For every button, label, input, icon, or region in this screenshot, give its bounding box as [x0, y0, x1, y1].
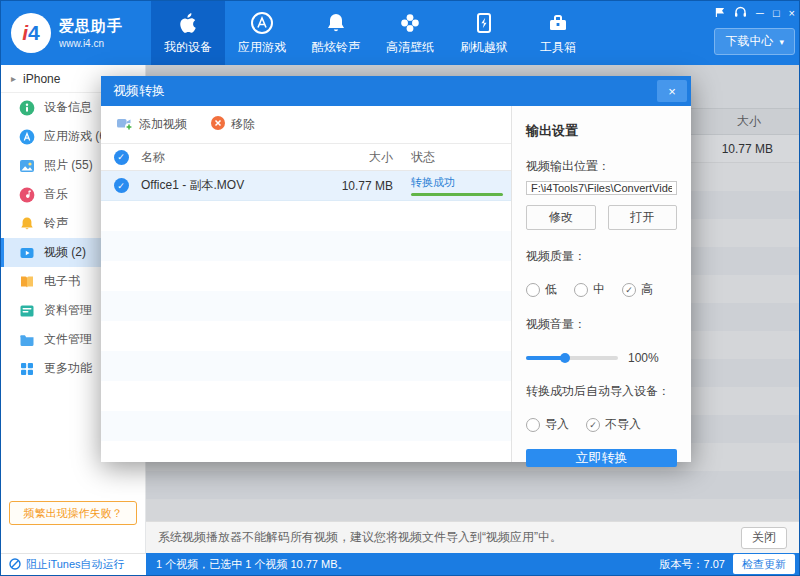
radio-unchecked-icon	[574, 283, 588, 297]
volume-value: 100%	[628, 351, 659, 365]
check-icon: ✓	[589, 420, 597, 430]
maximize-button[interactable]: □	[773, 8, 780, 19]
notice-bar: 系统视频播放器不能解码所有视频，建议您将视频文件导入到“视频应用”中。 关闭	[146, 521, 799, 553]
progress-bar-complete	[411, 193, 503, 196]
convert-now-button[interactable]: 立即转换	[526, 449, 677, 467]
download-center-button[interactable]: 下载中心 ▾	[714, 28, 795, 55]
book-icon	[19, 274, 35, 290]
notice-close-button[interactable]: 关闭	[741, 527, 787, 549]
music-note-icon	[19, 187, 35, 203]
import-yes-radio[interactable]: 导入	[526, 416, 569, 433]
import-no-radio[interactable]: ✓ 不导入	[586, 416, 641, 433]
nav-flash-jailbreak[interactable]: 刷机越狱	[447, 1, 521, 65]
grid-icon	[19, 361, 35, 377]
app-title: 爱思助手	[59, 17, 123, 36]
row-checkbox[interactable]: ✓	[114, 178, 129, 193]
header-right: ─ □ × 下载中心 ▾	[714, 6, 795, 55]
add-video-icon	[117, 116, 133, 134]
selection-summary: 1 个视频，已选中 1 个视频 10.77 MB。	[156, 557, 349, 572]
block-itunes-label: 阻止iTunes自动运行	[26, 557, 125, 572]
nav-label: 工具箱	[540, 39, 576, 56]
quality-high-label: 高	[641, 281, 653, 298]
check-update-button[interactable]: 检查更新	[733, 554, 795, 574]
minimize-button[interactable]: ─	[756, 8, 764, 19]
volume-slider-track[interactable]	[526, 356, 618, 360]
status-bar: 阻止iTunes自动运行 1 个视频，已选中 1 个视频 10.77 MB。 版…	[1, 553, 800, 575]
nav-apps-games[interactable]: 应用游戏	[225, 1, 299, 65]
status-text: 转换成功	[411, 175, 511, 190]
radio-checked-icon: ✓	[622, 283, 636, 297]
output-path-input[interactable]	[526, 181, 677, 195]
notice-message: 系统视频播放器不能解码所有视频，建议您将视频文件导入到“视频应用”中。	[158, 529, 562, 546]
appstore-a-icon	[19, 129, 35, 145]
app-url: www.i4.cn	[59, 38, 123, 49]
nav-label: 高清壁纸	[386, 39, 434, 56]
volume-slider-thumb[interactable]	[560, 353, 570, 363]
window-close-button[interactable]: ×	[789, 8, 795, 19]
convert-file-list: 添加视频 移除 ✓ 名称 大小 状态	[101, 106, 511, 462]
convert-table-header: ✓ 名称 大小 状态	[101, 144, 511, 171]
video-file-name: Office1 - 副本.MOV	[141, 177, 319, 194]
radio-unchecked-icon	[526, 418, 540, 432]
radio-checked-icon: ✓	[586, 418, 600, 432]
output-location-label: 视频输出位置：	[526, 158, 677, 175]
sidebar-item-label: 音乐	[44, 186, 68, 203]
wallpaper-icon	[398, 10, 423, 35]
volume-slider-fill	[526, 356, 565, 360]
device-name: iPhone	[23, 72, 60, 86]
select-all-checkbox[interactable]: ✓	[114, 150, 129, 165]
nav-ringtones[interactable]: 酷炫铃声	[299, 1, 373, 65]
video-file-row[interactable]: ✓ Office1 - 副本.MOV 10.77 MB 转换成功	[101, 171, 511, 201]
open-button[interactable]: 打开	[608, 205, 678, 230]
app-logo: i4 爱思助手 www.i4.cn	[1, 1, 151, 65]
quality-medium-label: 中	[593, 281, 605, 298]
nav-label: 我的设备	[164, 39, 212, 56]
column-size[interactable]: 大小	[319, 149, 399, 166]
add-video-button[interactable]: 添加视频	[117, 116, 187, 134]
convert-toolbar: 添加视频 移除	[101, 106, 511, 144]
quality-low-radio[interactable]: 低	[526, 281, 557, 298]
apple-icon	[176, 10, 201, 35]
nav-my-device[interactable]: 我的设备	[151, 1, 225, 65]
column-name[interactable]: 名称	[141, 149, 319, 166]
check-icon: ✓	[117, 152, 125, 162]
support-headset-icon[interactable]	[734, 6, 747, 20]
sidebar-item-label: 电子书	[44, 273, 80, 290]
dialog-close-button[interactable]: ×	[657, 80, 687, 102]
i4-logo-icon: i4	[11, 13, 51, 53]
nav-wallpapers[interactable]: 高清壁纸	[373, 1, 447, 65]
remove-icon	[211, 116, 225, 133]
feedback-flag-icon[interactable]	[714, 7, 725, 20]
quality-medium-radio[interactable]: 中	[574, 281, 605, 298]
add-video-label: 添加视频	[139, 116, 187, 133]
remove-video-button[interactable]: 移除	[211, 116, 255, 133]
import-radio-group: 导入 ✓ 不导入	[526, 416, 677, 433]
download-center-label: 下载中心	[725, 33, 773, 50]
window-controls: ─ □ ×	[714, 6, 795, 20]
import-no-label: 不导入	[605, 416, 641, 433]
remove-label: 移除	[231, 116, 255, 133]
quality-low-label: 低	[545, 281, 557, 298]
operation-failure-help-button[interactable]: 频繁出现操作失败？	[9, 501, 137, 525]
video-quality-label: 视频质量：	[526, 248, 677, 265]
nav-toolbox[interactable]: 工具箱	[521, 1, 595, 65]
quality-radio-group: 低 中 ✓ 高	[526, 281, 677, 298]
column-status[interactable]: 状态	[399, 149, 511, 166]
dialog-titlebar: 视频转换 ×	[101, 76, 691, 106]
data-cabinet-icon	[19, 303, 35, 319]
dialog-body: 添加视频 移除 ✓ 名称 大小 状态	[101, 106, 691, 462]
ringtone-bell-icon	[19, 216, 35, 232]
sidebar-item-label: 资料管理	[44, 302, 92, 319]
logo-4: 4	[28, 21, 40, 45]
sidebar-item-label: 铃声	[44, 215, 68, 232]
sidebar-item-label: 照片 (55)	[44, 157, 93, 174]
block-itunes-toggle[interactable]: 阻止iTunes自动运行	[1, 553, 146, 575]
app-window: i4 爱思助手 www.i4.cn 我的设备 应用游戏	[0, 0, 800, 576]
bell-icon	[324, 10, 349, 35]
output-settings-panel: 输出设置 视频输出位置： 修改 打开 视频质量： 低 中	[511, 106, 691, 462]
modify-button[interactable]: 修改	[526, 205, 596, 230]
logo-text: 爱思助手 www.i4.cn	[59, 17, 123, 49]
quality-high-radio[interactable]: ✓ 高	[622, 281, 653, 298]
convert-table-empty-area	[101, 201, 511, 462]
flash-device-icon	[472, 10, 497, 35]
